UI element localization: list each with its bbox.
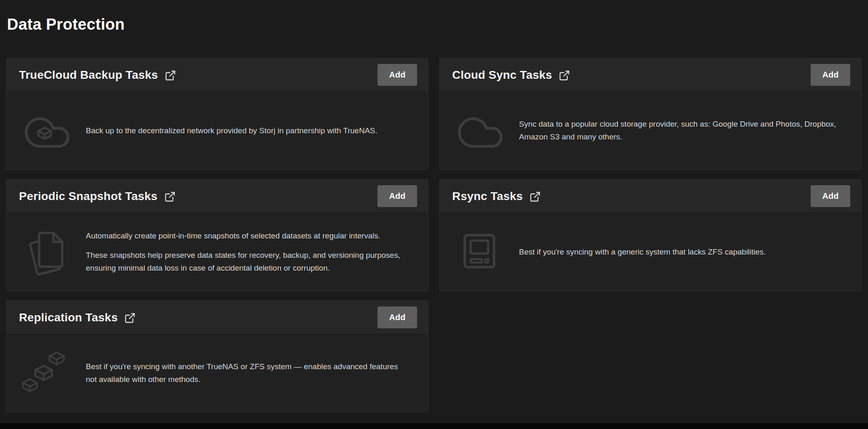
card-header: Replication Tasks Add: [7, 301, 428, 334]
card-text: Best if you're syncing with another True…: [86, 360, 410, 386]
zfs-cubes-icon: [7, 351, 86, 394]
replication-add-button[interactable]: Add: [377, 306, 417, 328]
card-rsync-tasks: Rsync Tasks Add: [439, 179, 861, 291]
card-title-wrap: Replication Tasks: [19, 311, 136, 324]
card-cloud-sync-tasks: Cloud Sync Tasks Add: [439, 58, 861, 170]
card-body: Best if you're syncing with a generic sy…: [440, 213, 861, 290]
computer-icon: [440, 231, 519, 273]
card-title: Replication Tasks: [19, 311, 118, 324]
card-body: Sync data to a popular cloud storage pro…: [440, 92, 861, 169]
card-header: Cloud Sync Tasks Add: [440, 59, 861, 92]
card-title-wrap: Cloud Sync Tasks: [452, 68, 570, 82]
card-header: Rsync Tasks Add: [440, 180, 861, 213]
card-text: Best if you're syncing with a generic sy…: [519, 245, 844, 258]
storj-cloud-icon: [7, 110, 86, 151]
card-description: These snapshots help preserve data state…: [86, 249, 410, 274]
card-header: Periodic Snapshot Tasks Add: [7, 180, 428, 213]
card-title: Periodic Snapshot Tasks: [19, 190, 158, 203]
card-title: TrueCloud Backup Tasks: [19, 68, 158, 82]
rsync-add-button[interactable]: Add: [811, 185, 850, 207]
card-replication-tasks: Replication Tasks Add: [6, 301, 428, 412]
card-body: Back up to the decentralized network pro…: [7, 92, 428, 169]
snapshots-icon: [7, 226, 86, 278]
card-header: TrueCloud Backup Tasks Add: [7, 59, 428, 92]
page-title: Data Protection: [7, 16, 861, 33]
external-link-icon[interactable]: [165, 70, 176, 81]
external-link-icon[interactable]: [559, 70, 570, 81]
cards-grid: TrueCloud Backup Tasks Add: [6, 58, 861, 412]
card-title: Cloud Sync Tasks: [452, 68, 552, 82]
card-description: Best if you're syncing with another True…: [86, 360, 410, 386]
external-link-icon[interactable]: [164, 191, 176, 203]
card-periodic-snapshot-tasks: Periodic Snapshot Tasks Add: [6, 179, 428, 291]
card-text: Back up to the decentralized network pro…: [86, 124, 410, 137]
card-text: Automatically create point-in-time snaps…: [86, 229, 410, 274]
cloud-icon: [440, 110, 519, 151]
truecloud-backup-add-button[interactable]: Add: [377, 64, 417, 86]
card-description: Back up to the decentralized network pro…: [86, 124, 410, 137]
card-body: Best if you're syncing with another True…: [7, 334, 428, 412]
periodic-snapshot-add-button[interactable]: Add: [377, 185, 417, 207]
card-text: Sync data to a popular cloud storage pro…: [519, 118, 844, 143]
card-title: Rsync Tasks: [452, 190, 523, 203]
card-description: Best if you're syncing with a generic sy…: [519, 245, 844, 258]
card-description: Sync data to a popular cloud storage pro…: [519, 118, 844, 143]
card-truecloud-backup-tasks: TrueCloud Backup Tasks Add: [6, 58, 428, 170]
card-title-wrap: TrueCloud Backup Tasks: [19, 68, 176, 82]
cloud-sync-add-button[interactable]: Add: [811, 64, 850, 86]
data-protection-page: Data Protection TrueCloud Backup Tasks A…: [0, 0, 868, 412]
card-title-wrap: Periodic Snapshot Tasks: [19, 190, 176, 203]
external-link-icon[interactable]: [124, 312, 136, 324]
card-description: Automatically create point-in-time snaps…: [86, 229, 410, 242]
external-link-icon[interactable]: [529, 191, 541, 203]
bottom-bar: [0, 423, 868, 429]
card-title-wrap: Rsync Tasks: [452, 190, 541, 203]
card-body: Automatically create point-in-time snaps…: [7, 213, 428, 290]
